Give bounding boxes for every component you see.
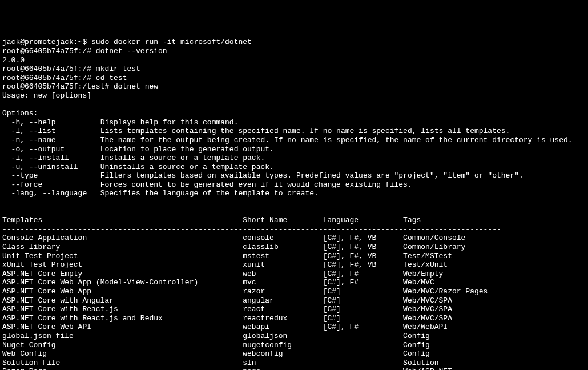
terminal-output[interactable]: jack@promotejack:~$ sudo docker run -it … [2,38,586,370]
